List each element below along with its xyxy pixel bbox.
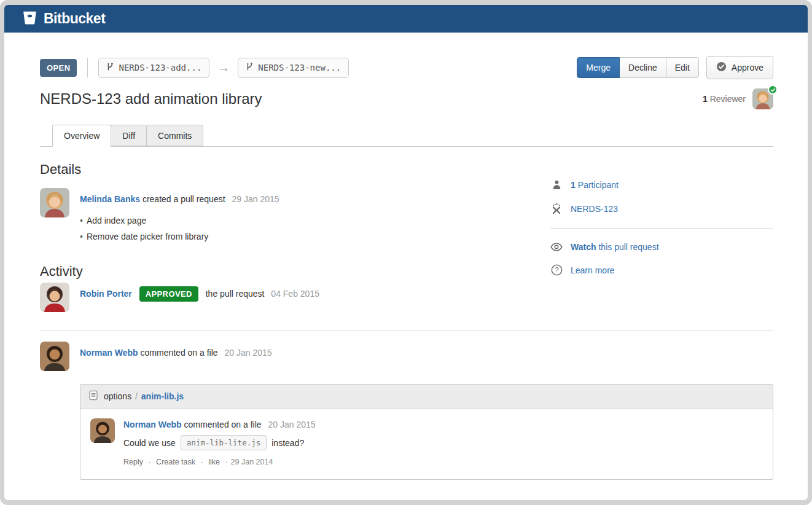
bitbucket-bucket-icon: [21, 10, 38, 28]
decline-button[interactable]: Decline: [619, 57, 666, 78]
event-date: 29 Jan 2015: [232, 194, 279, 204]
browser-frame: Bitbucket OPEN: [0, 0, 812, 505]
approve-button-label: Approve: [732, 63, 763, 72]
branch-icon: [106, 62, 114, 73]
participant-count: 1: [571, 180, 576, 190]
vertical-divider: [87, 58, 88, 77]
tab-overview[interactable]: Overview: [52, 125, 111, 147]
pr-tabs: Overview Diff Commits: [40, 125, 773, 147]
question-mark-icon: ?: [550, 264, 563, 276]
robin-avatar[interactable]: [40, 283, 69, 312]
watch-label-rest: this pull request: [598, 242, 658, 252]
approver-link[interactable]: Robin Porter: [80, 289, 132, 299]
jira-icon: [550, 203, 563, 214]
pr-title: NERDS-123 add animation library: [40, 90, 262, 108]
learn-more-item[interactable]: ? Learn more: [550, 264, 773, 276]
file-icon: [89, 390, 98, 402]
approval-date: 04 Feb 2015: [271, 289, 319, 299]
comment-action: commented on a file: [141, 348, 218, 358]
comment-date: 20 Jan 2015: [225, 348, 272, 358]
pr-actions: Merge Decline Edit Approve: [577, 56, 773, 79]
pr-description-bullet: •Remove date picker from library: [80, 229, 279, 245]
commenter-link[interactable]: Norman Webb: [80, 348, 138, 358]
bitbucket-logo[interactable]: Bitbucket: [21, 10, 105, 28]
source-branch-pill[interactable]: NERDS-123-add...: [98, 58, 209, 78]
participant-label: Participant: [578, 180, 619, 190]
create-task-link[interactable]: Create task: [156, 458, 195, 466]
merge-button[interactable]: Merge: [577, 57, 620, 78]
path-separator: /: [135, 391, 138, 401]
nested-meta-date: 29 Jan 2014: [231, 458, 273, 466]
pr-state-badge: OPEN: [40, 59, 77, 77]
nested-comment-action: commented on a file: [184, 420, 262, 429]
reply-link[interactable]: Reply: [123, 458, 143, 466]
pr-description-bullet: •Add index page: [80, 213, 279, 229]
approve-button[interactable]: Approve: [706, 56, 773, 79]
bitbucket-window: Bitbucket OPEN: [4, 5, 808, 500]
jira-issue-link[interactable]: NERDS-123: [571, 204, 618, 214]
pr-button-group: Merge Decline Edit: [577, 57, 699, 78]
source-branch-name: NERDS-123-add...: [119, 63, 201, 72]
watch-item[interactable]: Watchthis pull request: [550, 242, 773, 252]
file-dir: options: [104, 391, 131, 401]
comment-text: Could we use anim-lib-lite.js instead?: [123, 435, 316, 450]
participants-item[interactable]: 1Participant: [550, 179, 773, 190]
approve-check-icon: [716, 61, 727, 74]
pr-action-bar: OPEN NERDS-123-add... →: [40, 56, 773, 79]
tab-diff[interactable]: Diff: [111, 125, 147, 146]
bitbucket-logo-text: Bitbucket: [44, 10, 105, 27]
sidebar-divider: [550, 229, 773, 229]
event-action: created a pull request: [142, 194, 225, 204]
norman-avatar[interactable]: [90, 418, 115, 443]
comment-meta: Reply · Create task · like ·29 Jan 2014: [123, 458, 316, 466]
person-icon: [550, 179, 563, 190]
jira-issue-item[interactable]: NERDS-123: [550, 203, 773, 214]
watch-label: Watch: [571, 242, 596, 252]
branch-icon: [246, 62, 253, 73]
author-link[interactable]: Melinda Banks: [80, 194, 140, 204]
nested-comment-date: 20 Jan 2015: [268, 420, 316, 429]
app-header: Bitbucket: [4, 5, 808, 33]
approved-badge: APPROVED: [139, 286, 198, 302]
approval-action: the pull request: [206, 289, 265, 299]
activity-divider: [40, 331, 773, 331]
file-comment-event: Norman Webb commented on a file 20 Jan 2…: [40, 342, 773, 371]
nested-commenter-link[interactable]: Norman Webb: [123, 420, 182, 429]
learn-more-link[interactable]: Learn more: [571, 265, 615, 275]
destination-branch-pill[interactable]: NERDS-123-new...: [238, 58, 349, 78]
details-heading: Details: [40, 162, 773, 178]
melinda-avatar[interactable]: [40, 188, 69, 217]
destination-branch-name: NERDS-123-new...: [258, 63, 341, 72]
tab-commits[interactable]: Commits: [146, 125, 203, 146]
edit-button[interactable]: Edit: [666, 57, 699, 78]
pr-sidebar: 1Participant: [550, 179, 773, 288]
file-comment-box: options / anim-lib.js: [80, 384, 773, 480]
reviewer-avatar[interactable]: [752, 88, 773, 109]
inline-code: anim-lib-lite.js: [181, 435, 267, 450]
file-name-link[interactable]: anim-lib.js: [141, 391, 184, 401]
svg-text:?: ?: [555, 266, 558, 273]
reviewer-summary: 1 Reviewer: [703, 88, 773, 109]
like-link[interactable]: like: [208, 458, 220, 466]
reviewer-approved-check-icon: [768, 85, 778, 95]
file-box-header: options / anim-lib.js: [80, 385, 773, 409]
branch-arrow-icon: →: [217, 61, 230, 75]
reviewer-label: Reviewer: [710, 94, 746, 104]
eye-icon: [550, 243, 563, 251]
nested-comment: Norman Webb commented on a file 20 Jan 2…: [90, 418, 763, 466]
norman-avatar[interactable]: [40, 342, 69, 371]
reviewer-count: 1: [703, 94, 708, 104]
